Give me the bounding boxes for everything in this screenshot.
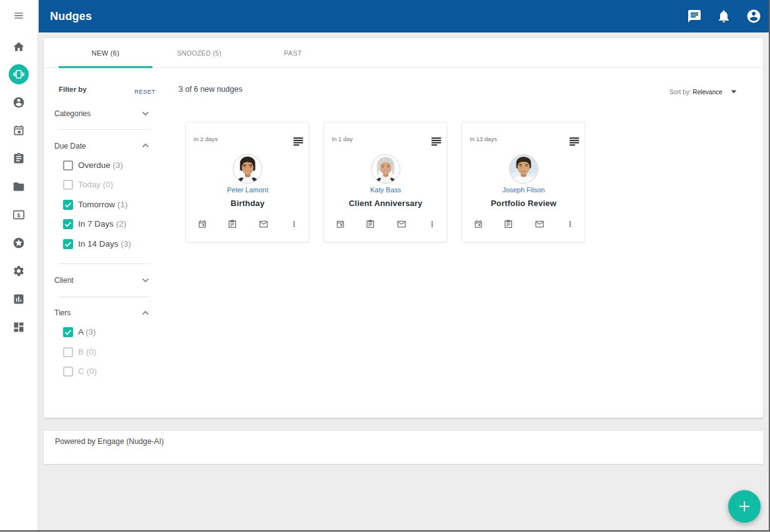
svg-text:$: $	[17, 212, 21, 219]
